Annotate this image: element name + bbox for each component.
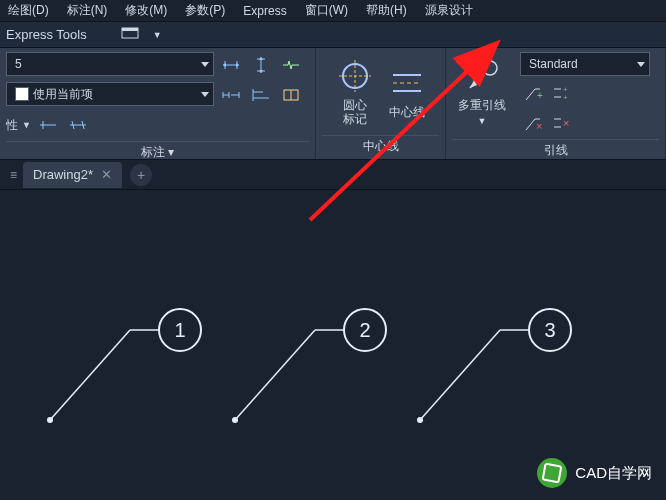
dimstyle-value: 5	[15, 57, 22, 71]
wechat-icon	[537, 458, 567, 488]
ribbon-tab-bar: Express Tools ▼	[0, 22, 666, 48]
layer-color-swatch	[15, 87, 29, 101]
leader-badge-1: 1	[158, 308, 202, 352]
multileader-button[interactable]: 多重引线 ▼	[452, 52, 512, 132]
ribbon: 5 使用当前项	[0, 48, 666, 160]
quick-dim-icon[interactable]	[35, 112, 61, 138]
panel-label-leader: 引线	[452, 139, 659, 161]
tab-drawing2[interactable]: Drawing2* ✕	[23, 162, 122, 188]
svg-rect-1	[122, 28, 138, 31]
centerline-button[interactable]: 中心线	[383, 61, 431, 123]
svg-line-50	[50, 330, 130, 420]
drawing-canvas[interactable]: 1 2 3 CAD自学网	[0, 190, 666, 500]
panel-leader: 多重引线 ▼ Standard + ++ × × 引线	[446, 48, 666, 159]
svg-text:×: ×	[563, 117, 569, 129]
watermark-text: CAD自学网	[575, 464, 652, 483]
tolerance-icon[interactable]	[278, 82, 304, 108]
leader-style-dropdown[interactable]: Standard	[520, 52, 650, 76]
svg-line-36	[526, 89, 535, 100]
remove-leader-icon[interactable]: ×	[520, 110, 546, 136]
svg-line-56	[420, 330, 500, 420]
align-leader-icon[interactable]: ++	[548, 80, 574, 106]
chevron-down-icon	[637, 62, 645, 67]
svg-line-43	[526, 119, 535, 130]
dimlayer-dropdown[interactable]: 使用当前项	[6, 82, 214, 106]
dim-prop-label: 性	[6, 117, 18, 134]
close-icon[interactable]: ✕	[101, 167, 112, 182]
chevron-down-icon	[201, 62, 209, 67]
collect-leader-icon[interactable]: ×	[548, 110, 574, 136]
watermark: CAD自学网	[537, 458, 652, 488]
dimstyle-dropdown[interactable]: 5	[6, 52, 214, 76]
svg-point-33	[483, 61, 497, 75]
leader-style-value: Standard	[529, 57, 578, 71]
dimlayer-value: 使用当前项	[33, 86, 93, 103]
new-tab-button[interactable]: +	[130, 164, 152, 186]
svg-line-53	[235, 330, 315, 420]
tab-label: Drawing2*	[33, 167, 93, 182]
chevron-down-icon: ▼	[478, 114, 487, 128]
leader-badge-2: 2	[343, 308, 387, 352]
leader-badge-3: 3	[528, 308, 572, 352]
menu-yuanquan[interactable]: 源泉设计	[425, 2, 473, 19]
panel-label-center: 中心线	[322, 135, 439, 157]
menu-dim[interactable]: 标注(N)	[67, 2, 108, 19]
panel-label-dim: 标注 ▾	[6, 141, 309, 163]
update-dim-icon[interactable]	[218, 52, 244, 78]
panel-expand-icon[interactable]	[121, 27, 139, 42]
dim-break-icon[interactable]	[278, 52, 304, 78]
menu-param[interactable]: 参数(P)	[185, 2, 225, 19]
add-leader-icon[interactable]: +	[520, 80, 546, 106]
oblique-dim-icon[interactable]	[65, 112, 91, 138]
svg-text:+: +	[537, 90, 543, 101]
svg-text:×: ×	[536, 120, 542, 132]
center-mark-button[interactable]: 圆心 标记	[331, 54, 379, 130]
ribbon-tab-express[interactable]: Express Tools	[6, 27, 87, 42]
menubar: 绘图(D) 标注(N) 修改(M) 参数(P) Express 窗口(W) 帮助…	[0, 0, 666, 22]
panel-dimension: 5 使用当前项	[0, 48, 316, 159]
continue-dim-icon[interactable]	[218, 82, 244, 108]
chevron-down-icon	[201, 92, 209, 97]
menu-help[interactable]: 帮助(H)	[366, 2, 407, 19]
menu-modify[interactable]: 修改(M)	[125, 2, 167, 19]
dim-update-icon[interactable]	[248, 52, 274, 78]
menu-draw[interactable]: 绘图(D)	[8, 2, 49, 19]
chevron-down-icon: ▼	[22, 120, 31, 130]
menu-window[interactable]: 窗口(W)	[305, 2, 348, 19]
baseline-dim-icon[interactable]	[248, 82, 274, 108]
tabs-menu-icon[interactable]: ≡	[4, 168, 23, 182]
svg-text:+: +	[563, 93, 568, 102]
panel-centerline: 圆心 标记 中心线 中心线	[316, 48, 446, 159]
document-tabs: ≡ Drawing2* ✕ +	[0, 160, 666, 190]
menu-express[interactable]: Express	[243, 4, 286, 18]
